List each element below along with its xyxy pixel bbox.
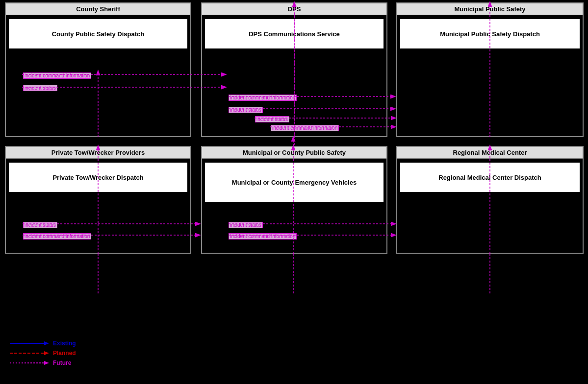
svg-marker-5 (44, 361, 49, 365)
swimlane-inner-private-tow: Private Tow/Wrecker Dispatch (9, 163, 187, 192)
label-incident-status-4: incident status (23, 222, 57, 228)
label-incident-command-info-4: incident command information (23, 233, 91, 240)
label-incident-status-5: incident status (229, 222, 263, 228)
legend-label-existing: Existing (53, 340, 76, 347)
legend-line-planned (10, 350, 49, 356)
swimlane-inner-municipal-ps: Municipal Public Safety Dispatch (400, 19, 580, 48)
swimlane-inner-dps: DPS Communications Service (205, 19, 383, 48)
legend-label-future: Future (53, 360, 71, 366)
label-incident-command-info-1: incident command information (23, 72, 91, 79)
planned-line-svg (10, 350, 49, 356)
future-line-svg (10, 360, 49, 366)
label-incident-command-info-2: incident command information (229, 95, 297, 101)
label-incident-status-1: incident status (23, 85, 57, 91)
swimlane-header-county-sheriff: County Sheriff (6, 3, 190, 15)
swimlane-county-sheriff: County Sheriff County Public Safety Disp… (5, 2, 191, 137)
legend-line-future (10, 360, 49, 366)
swimlane-inner-regional-medical: Regional Medical Center Dispatch (400, 163, 580, 192)
label-incident-command-info-5: incident command information (229, 233, 297, 240)
legend-item-existing: Existing (10, 340, 76, 347)
label-incident-status-2: incident status (229, 107, 263, 113)
label-incident-status-3: incident status (255, 116, 289, 122)
swimlane-regional-medical: Regional Medical Center Regional Medical… (396, 146, 584, 254)
legend-label-planned: Planned (53, 350, 76, 357)
swimlane-inner-county-sheriff: County Public Safety Dispatch (9, 19, 187, 48)
svg-marker-1 (44, 341, 49, 345)
legend-line-existing (10, 340, 49, 346)
legend: Existing Planned Future (10, 340, 76, 369)
legend-item-planned: Planned (10, 350, 76, 357)
diagram-container: County Sheriff County Public Safety Disp… (0, 0, 588, 384)
existing-line-svg (10, 340, 49, 346)
swimlane-header-regional-medical: Regional Medical Center (397, 147, 583, 159)
swimlane-dps: DPS DPS Communications Service (201, 2, 387, 137)
svg-marker-3 (44, 351, 49, 355)
swimlane-header-private-tow: Private Tow/Wrecker Providers (6, 147, 190, 159)
swimlane-header-municipal-ps: Municipal Public Safety (397, 3, 583, 15)
legend-item-future: Future (10, 360, 76, 366)
swimlane-inner-municipal-county-ps: Municipal or County Emergency Vehicles (205, 163, 383, 202)
swimlane-header-dps: DPS (202, 3, 386, 15)
label-incident-command-info-3: incident command information (271, 125, 339, 131)
swimlane-municipal-public-safety: Municipal Public Safety Municipal Public… (396, 2, 584, 137)
swimlane-header-municipal-county-ps: Municipal or County Public Safety (202, 147, 386, 159)
